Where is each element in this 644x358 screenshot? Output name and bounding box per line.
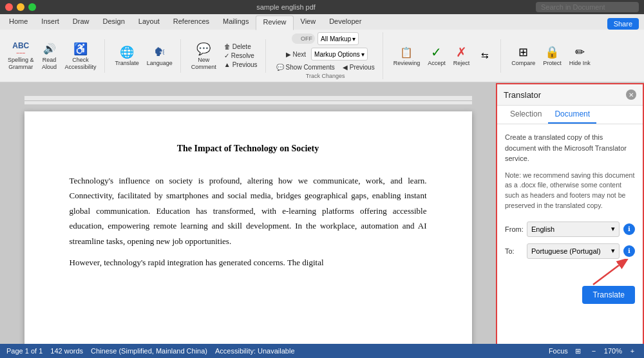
zoom-out-button[interactable]: − xyxy=(589,346,599,356)
zoom-level: 170% xyxy=(604,347,622,355)
next-change-button[interactable]: ▶ Next xyxy=(283,50,309,59)
maximize-window-button[interactable] xyxy=(28,3,36,11)
tab-view[interactable]: View xyxy=(294,15,323,30)
protect-icon: 🔒 xyxy=(544,44,560,60)
comments-items: 💬 NewComment 🗑 Delete ✓ Resolve ▲ Previo… xyxy=(189,40,260,72)
view-mode-button[interactable]: ⊞ xyxy=(573,346,583,356)
zoom-in-button[interactable]: + xyxy=(627,346,638,356)
reviewing-label: Reviewing xyxy=(393,60,421,67)
language-items: 🌐 Translate 🗣 Language xyxy=(113,43,175,68)
translator-tab-document[interactable]: Document xyxy=(548,106,596,124)
minimize-window-button[interactable] xyxy=(17,3,24,11)
tab-developer[interactable]: Developer xyxy=(323,15,368,30)
compare-items: ⊞ Compare 🔒 Protect ✏ Hide Ink xyxy=(509,43,593,68)
ribbon-group-compare: ⊞ Compare 🔒 Protect ✏ Hide Ink xyxy=(509,39,598,73)
document-body: Technology's influence on society is pro… xyxy=(70,173,427,270)
resolve-label: Resolve xyxy=(231,52,254,59)
from-chevron-icon: ▾ xyxy=(611,225,615,233)
markup-options-dropdown[interactable]: Markup Options ▾ xyxy=(311,48,368,61)
read-aloud-icon: 🔊 xyxy=(42,41,57,57)
accessibility-status: Accessibility: Unavailable xyxy=(215,347,295,355)
show-comments-label: Show Comments xyxy=(286,64,335,71)
tab-insert[interactable]: Insert xyxy=(35,15,66,30)
translator-header: Translator ✕ xyxy=(497,83,643,106)
from-language-select[interactable]: English ▾ xyxy=(527,221,620,237)
doc-paragraph-1: Technology's influence on society is pro… xyxy=(70,173,427,249)
reject-label: Reject xyxy=(453,60,470,67)
resolve-comment-button[interactable]: ✓ Resolve xyxy=(222,52,260,60)
language-label: Language xyxy=(147,60,173,67)
document-search-input[interactable] xyxy=(536,2,639,12)
language-button[interactable]: 🗣 Language xyxy=(144,43,175,68)
next-label: Next xyxy=(293,51,307,58)
to-info-icon[interactable]: ℹ xyxy=(623,245,635,257)
markup-label: All Markup xyxy=(321,35,351,42)
new-comment-label: NewComment xyxy=(191,57,216,71)
ribbon-group-proofing: ABC ~~~ Spelling &Grammar 🔊 ReadAloud ♿ … xyxy=(5,39,105,73)
window-controls xyxy=(5,3,36,11)
track-changes-toggle[interactable]: OFF xyxy=(292,33,315,44)
protect-button[interactable]: 🔒 Protect xyxy=(540,43,564,68)
tab-mailings[interactable]: Mailings xyxy=(216,15,255,30)
translate-button[interactable]: Translate xyxy=(582,286,635,304)
ribbon: Home Insert Draw Design Layout Reference… xyxy=(0,14,644,83)
new-comment-button[interactable]: 💬 NewComment xyxy=(189,40,219,72)
translator-body: Create a translated copy of this documen… xyxy=(497,124,643,358)
reviewing-icon: 📋 xyxy=(399,44,414,60)
tab-review[interactable]: Review xyxy=(256,15,293,30)
hide-ink-button[interactable]: ✏ Hide Ink xyxy=(567,43,593,68)
accept-button[interactable]: ✓ Accept xyxy=(425,43,448,68)
delete-icon: 🗑 xyxy=(224,43,231,50)
translate-button[interactable]: 🌐 Translate xyxy=(113,43,142,68)
all-markup-dropdown[interactable]: All Markup ▾ xyxy=(317,32,359,45)
delete-comment-button[interactable]: 🗑 Delete xyxy=(222,42,260,51)
tab-draw[interactable]: Draw xyxy=(66,15,96,30)
previous-icon: ◀ xyxy=(343,64,348,71)
to-language-select[interactable]: Portuguese (Portugal) ▾ xyxy=(527,243,620,259)
show-comments-icon: 💬 xyxy=(276,64,284,71)
spelling-label: Spelling &Grammar xyxy=(8,57,34,71)
tab-design[interactable]: Design xyxy=(97,15,131,30)
share-button[interactable]: Share xyxy=(607,18,639,30)
protect-label: Protect xyxy=(543,60,562,67)
to-label: To: xyxy=(505,247,523,255)
ribbon-tab-bar: Home Insert Draw Design Layout Reference… xyxy=(0,14,644,30)
new-comment-icon: 💬 xyxy=(196,41,211,57)
page-info: Page 1 of 1 xyxy=(6,347,43,355)
previous-comment-button[interactable]: ▲ Previous xyxy=(222,61,260,69)
read-aloud-button[interactable]: 🔊 ReadAloud xyxy=(39,40,60,72)
ribbon-group-language: 🌐 Translate 🗣 Language xyxy=(113,39,181,73)
translator-to-field: To: Portuguese (Portugal) ▾ ℹ xyxy=(505,243,635,259)
prev-comment-icon: ▲ xyxy=(224,61,231,68)
accept-icon: ✓ xyxy=(429,44,444,60)
prev-comment-label: Previous xyxy=(232,61,258,68)
tab-references[interactable]: References xyxy=(167,15,216,30)
tracking-items: OFF All Markup ▾ ▶ Next Markup xyxy=(274,32,377,71)
status-bar-right: Focus ⊞ − 170% + xyxy=(549,346,638,356)
hide-ink-label: Hide Ink xyxy=(569,60,591,67)
hide-ink-icon: ✏ xyxy=(572,44,587,60)
previous-change-button[interactable]: ◀ Previous xyxy=(340,63,377,71)
close-window-button[interactable] xyxy=(5,3,13,11)
show-comments-button[interactable]: 💬 Show Comments xyxy=(274,63,337,71)
tab-layout[interactable]: Layout xyxy=(132,15,166,30)
reviewing-button[interactable]: 📋 Reviewing xyxy=(391,43,423,68)
tab-home[interactable]: Home xyxy=(3,15,34,30)
translate-label: Translate xyxy=(115,60,139,67)
reject-button[interactable]: ✗ Reject xyxy=(451,43,473,68)
accessibility-label: CheckAccessibility xyxy=(65,57,97,71)
check-accessibility-button[interactable]: ♿ CheckAccessibility xyxy=(62,40,99,72)
translator-close-button[interactable]: ✕ xyxy=(626,90,636,100)
from-info-icon[interactable]: ℹ xyxy=(623,223,635,235)
spelling-grammar-button[interactable]: ABC ~~~ Spelling &Grammar xyxy=(5,40,37,72)
ribbon-content: ABC ~~~ Spelling &Grammar 🔊 ReadAloud ♿ … xyxy=(0,30,644,82)
compare-button[interactable]: ⊞ Compare xyxy=(509,43,538,68)
prev-next-button[interactable]: ⇆ xyxy=(475,46,495,64)
prevnext-icon: ⇆ xyxy=(477,48,493,63)
tracking-group-label: Track Changes xyxy=(306,73,345,79)
window-title: sample english pdf xyxy=(256,3,316,11)
accessibility-icon: ♿ xyxy=(73,41,88,57)
translator-tab-selection[interactable]: Selection xyxy=(504,106,548,124)
doc-language: Chinese (Simplified, Mainland China) xyxy=(91,347,207,355)
markup-chevron-icon: ▾ xyxy=(352,35,355,42)
